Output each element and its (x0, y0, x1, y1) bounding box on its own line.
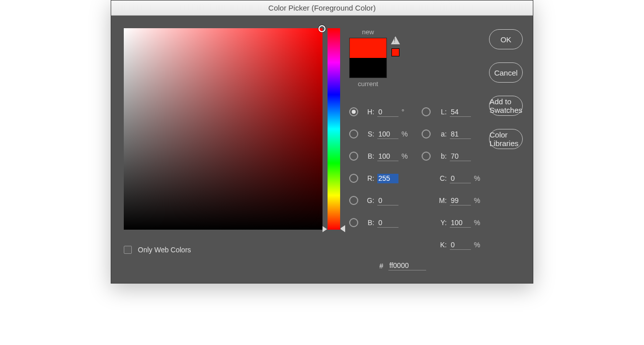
color-picker-dialog: Color Picker (Foreground Color) Only Web… (111, 0, 533, 284)
lab-l-input[interactable]: 54 (450, 107, 471, 117)
hue-input[interactable]: 0 (377, 107, 398, 117)
color-libraries-button[interactable]: Color Libraries (489, 129, 523, 149)
cmyk-m-label: M: (436, 196, 447, 204)
add-to-swatches-button[interactable]: Add to Swatches (489, 96, 523, 116)
hue-slider[interactable] (328, 28, 340, 230)
cmyk-c-input[interactable]: 0 (450, 174, 471, 183)
blue-label: B: (363, 219, 374, 227)
cmyk-k-input[interactable]: 0 (450, 240, 471, 250)
red-input[interactable]: 255 (377, 174, 398, 183)
hue-label: H: (363, 108, 374, 116)
lab-b-label: b: (436, 152, 447, 160)
brightness-input[interactable]: 100 (377, 152, 398, 161)
green-input[interactable]: 0 (377, 196, 398, 205)
hex-input[interactable]: ff0000 (388, 261, 426, 270)
saturation-unit: % (401, 130, 411, 138)
gamut-warning-icon[interactable] (391, 36, 400, 44)
cmyk-c-label: C: (436, 174, 447, 182)
green-radio[interactable] (349, 196, 358, 205)
lab-b-radio[interactable] (422, 152, 431, 161)
hue-slider-thumb-right[interactable] (247, 225, 345, 232)
swatch-current-label: current (358, 80, 378, 88)
ok-button[interactable]: OK (489, 29, 523, 49)
red-label: R: (363, 174, 374, 182)
hue-unit: ° (401, 108, 411, 116)
lab-a-input[interactable]: 81 (450, 129, 471, 139)
only-web-colors-checkbox[interactable] (124, 246, 132, 254)
green-label: G: (363, 196, 374, 204)
blue-input[interactable]: 0 (377, 218, 398, 228)
swatch-new-color[interactable] (350, 38, 386, 58)
hue-radio[interactable] (349, 107, 358, 116)
cmyk-m-unit: % (474, 196, 483, 204)
cmyk-y-label: Y: (436, 219, 447, 227)
only-web-colors-label: Only Web Colors (138, 246, 191, 254)
brightness-radio[interactable] (349, 152, 358, 161)
swatch-new-label: new (362, 28, 374, 36)
hex-label: # (379, 262, 383, 270)
color-field[interactable] (124, 28, 323, 230)
cmyk-k-label: K: (436, 241, 447, 249)
cmyk-m-input[interactable]: 99 (450, 196, 471, 205)
saturation-label: S: (363, 130, 374, 138)
red-radio[interactable] (349, 174, 358, 183)
dialog-titlebar[interactable]: Color Picker (Foreground Color) (111, 1, 533, 16)
lab-a-label: a: (436, 130, 447, 138)
lab-a-radio[interactable] (422, 129, 431, 139)
lab-l-label: L: (436, 108, 447, 116)
saturation-radio[interactable] (349, 129, 358, 139)
blue-radio[interactable] (349, 218, 358, 227)
cancel-button[interactable]: Cancel (489, 62, 523, 83)
swatch-current-color[interactable] (350, 58, 386, 78)
color-field-cursor[interactable] (318, 25, 326, 32)
lab-l-radio[interactable] (422, 107, 431, 116)
cmyk-y-input[interactable]: 100 (450, 218, 471, 228)
cmyk-c-unit: % (474, 174, 483, 182)
color-swatch (349, 38, 387, 78)
lab-b-input[interactable]: 70 (450, 152, 471, 161)
dialog-title: Color Picker (Foreground Color) (268, 4, 375, 12)
cmyk-k-unit: % (474, 241, 483, 249)
brightness-unit: % (401, 152, 411, 160)
saturation-input[interactable]: 100 (377, 129, 398, 139)
web-safe-warning-icon[interactable] (391, 48, 399, 56)
cmyk-y-unit: % (474, 219, 483, 227)
brightness-label: B: (363, 152, 374, 160)
